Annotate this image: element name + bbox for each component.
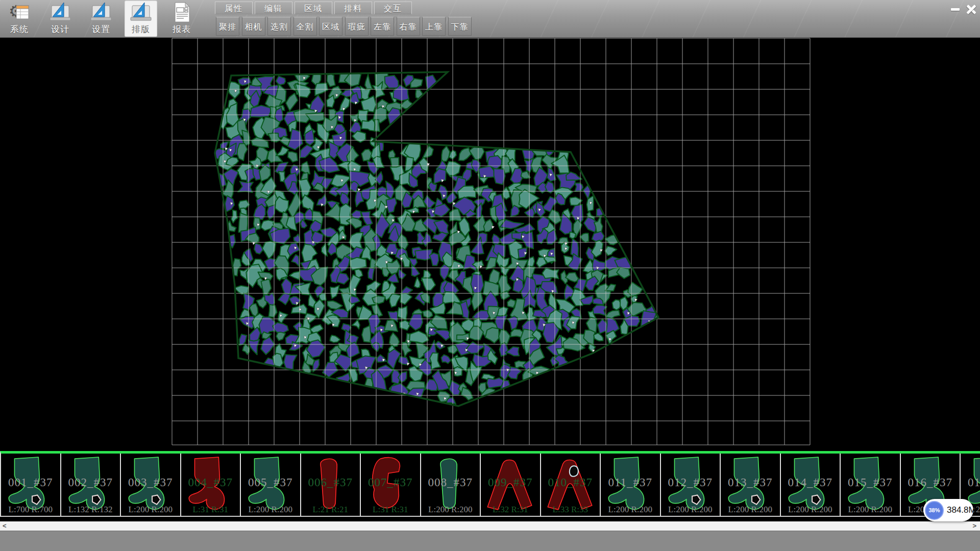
- nav-button-label: 设计: [44, 23, 77, 35]
- nav-button-2[interactable]: 设计: [44, 1, 77, 37]
- piece-lr-count-label: L:200 R:200: [601, 505, 660, 515]
- nav-button-5[interactable]: 报表: [165, 1, 198, 37]
- thumbnail-cell-9[interactable]: 009_#37L:32 R:31: [481, 454, 541, 517]
- design-ruler-icon: [48, 2, 72, 25]
- piece-lr-count-label: L:132 R:132: [61, 505, 120, 515]
- piece-id-label: 011_#37: [601, 476, 660, 489]
- piece-thumbnail-strip: 001_#37L:700 R:700002_#37L:132 R:132003_…: [0, 451, 980, 517]
- piece-id-label: 017_#37: [961, 476, 980, 489]
- piece-lr-count-label: L:200 R:200: [721, 505, 780, 515]
- nav-button-label: 报表: [165, 23, 198, 35]
- menu-tab-3[interactable]: 区域: [295, 2, 332, 14]
- thumbnail-cell-5[interactable]: 005_#37L:200 R:200: [241, 454, 301, 517]
- piece-id-label: 002_#37: [61, 476, 120, 489]
- memory-progress-pill: 38% 384.8M: [923, 499, 973, 521]
- system-gear-icon: ⚙: [9, 2, 29, 20]
- piece-lr-count-label: L:200 R:200: [241, 505, 300, 515]
- piece-lr-count-label: L:32 R:31: [481, 505, 540, 515]
- thumbnail-cell-2[interactable]: 002_#37L:132 R:132: [61, 454, 121, 517]
- piece-id-label: 005_#37: [241, 476, 300, 489]
- progress-percent-badge: 38%: [925, 501, 944, 520]
- piece-id-label: 006_#37: [301, 476, 360, 489]
- nav-button-4[interactable]: 排版: [125, 1, 157, 37]
- layout-ruler-icon: [129, 2, 153, 25]
- piece-lr-count-label: L:700 R:700: [1, 505, 60, 515]
- report-document-icon: [175, 3, 189, 22]
- thumbnail-cell-13[interactable]: 013_#37L:200 R:200: [721, 454, 781, 517]
- settings-ruler-icon: [89, 2, 113, 25]
- piece-id-label: 010_#37: [541, 476, 600, 489]
- tool-button-10[interactable]: 下靠: [448, 17, 472, 36]
- thumbnail-cell-6[interactable]: 006_#37L:21 R:21: [301, 454, 361, 517]
- thumbnail-cell-7[interactable]: 007_#37L:31 R:31: [361, 454, 421, 517]
- menu-tab-4[interactable]: 排料: [334, 2, 372, 14]
- thumbnail-cell-12[interactable]: 012_#37L:200 R:200: [661, 454, 721, 517]
- tool-button-3[interactable]: 选割: [267, 17, 291, 36]
- tool-button-7[interactable]: 左靠: [371, 17, 394, 36]
- piece-lr-count-label: L:33 R:33: [541, 505, 600, 515]
- piece-id-label: 013_#37: [721, 476, 780, 489]
- thumbnail-cell-10[interactable]: 010_#37L:33 R:33: [541, 454, 601, 517]
- piece-id-label: 009_#37: [481, 476, 540, 489]
- tool-button-5[interactable]: 区域: [319, 17, 342, 36]
- thumbnail-cell-11[interactable]: 011_#37L:200 R:200: [601, 454, 661, 517]
- nesting-canvas[interactable]: [0, 37, 980, 451]
- thumbnail-cell-4[interactable]: 004_#37L:31 R:31: [181, 454, 241, 517]
- menu-tab-5[interactable]: 交互: [374, 2, 412, 14]
- tool-button-1[interactable]: 聚排: [216, 17, 239, 36]
- nav-button-label: 排版: [125, 23, 157, 35]
- thumbnail-cell-8[interactable]: 008_#37L:200 R:200: [421, 454, 481, 517]
- minimize-button[interactable]: [948, 2, 962, 17]
- piece-id-label: 001_#37: [1, 476, 60, 489]
- piece-lr-count-label: L:21 R:21: [301, 505, 360, 515]
- status-bar: [0, 531, 980, 551]
- close-icon: [966, 4, 976, 14]
- tool-button-9[interactable]: 上靠: [422, 17, 446, 36]
- thumbnail-cell-15[interactable]: 015_#37L:200 R:200: [841, 454, 901, 517]
- piece-id-label: 007_#37: [361, 476, 420, 489]
- scroll-right-icon[interactable]: >: [972, 521, 976, 531]
- piece-id-label: 014_#37: [781, 476, 840, 489]
- system-gear-icon: ⚙: [8, 2, 31, 25]
- piece-id-label: 012_#37: [661, 476, 720, 489]
- memory-size-label: 384.8M: [947, 505, 976, 515]
- scroll-left-icon[interactable]: <: [3, 521, 7, 531]
- nav-button-1[interactable]: ⚙系统: [3, 1, 36, 37]
- piece-lr-count-label: L:200 R:200: [781, 505, 840, 515]
- tool-button-4[interactable]: 全割: [293, 17, 317, 36]
- report-document-icon: [170, 2, 193, 25]
- piece-id-label: 003_#37: [121, 476, 180, 489]
- nav-button-label: 设置: [85, 23, 117, 35]
- menu-tab-2[interactable]: 编辑: [255, 2, 292, 14]
- piece-lr-count-label: L:31 R:31: [361, 505, 420, 515]
- horizontal-scrollbar[interactable]: < >: [0, 521, 980, 531]
- main-toolbar: ⚙系统设计设置排版报表 属性编辑区域排料交互 聚排相机选割全割区域瑕疵左靠右靠上…: [0, 0, 980, 38]
- piece-lr-count-label: L:200 R:200: [841, 505, 900, 515]
- nav-button-label: 系统: [3, 23, 36, 35]
- close-button[interactable]: [964, 2, 978, 17]
- piece-lr-count-label: L:31 R:31: [181, 505, 240, 515]
- piece-lr-count-label: L:200 R:200: [121, 505, 180, 515]
- piece-lr-count-label: L:200 R:200: [421, 505, 480, 515]
- tool-button-2[interactable]: 相机: [242, 17, 265, 36]
- minimize-icon: [951, 8, 960, 11]
- tool-button-8[interactable]: 右靠: [397, 17, 420, 36]
- piece-id-label: 016_#37: [901, 476, 960, 489]
- tool-button-6[interactable]: 瑕疵: [345, 17, 369, 36]
- menu-tab-1[interactable]: 属性: [215, 2, 253, 14]
- thumbnail-cell-1[interactable]: 001_#37L:700 R:700: [1, 454, 61, 517]
- nav-button-3[interactable]: 设置: [85, 1, 117, 37]
- piece-id-label: 004_#37: [181, 476, 240, 489]
- piece-id-label: 015_#37: [841, 476, 900, 489]
- piece-id-label: 008_#37: [421, 476, 480, 489]
- thumbnail-cell-14[interactable]: 014_#37L:200 R:200: [781, 454, 841, 517]
- piece-lr-count-label: L:200 R:200: [661, 505, 720, 515]
- thumbnail-cell-3[interactable]: 003_#37L:200 R:200: [121, 454, 181, 517]
